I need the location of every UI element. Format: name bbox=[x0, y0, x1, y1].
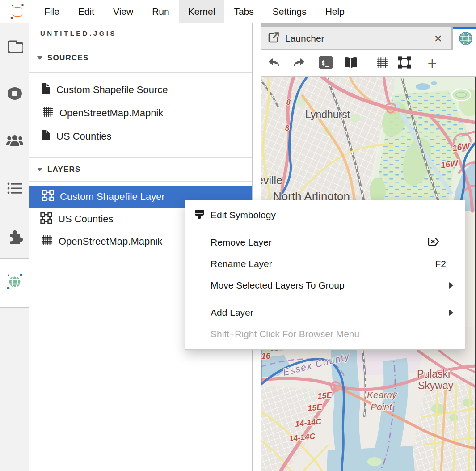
map-ref-16: 16 bbox=[261, 352, 271, 361]
sidebar-tab-running-kernels[interactable] bbox=[6, 86, 23, 103]
chevron-down-icon bbox=[37, 168, 42, 171]
map-ref-15e: 15E bbox=[317, 390, 333, 401]
map-label-skyway: Skyway bbox=[418, 380, 454, 391]
raster-grid-icon bbox=[40, 106, 54, 120]
map-label-lyndhurst: Lyndhurst bbox=[305, 109, 350, 120]
menu-item-rename-layer[interactable]: Rename Layer F2 bbox=[185, 253, 465, 275]
menu-divider bbox=[185, 229, 465, 229]
submenu-arrow-icon bbox=[449, 282, 453, 289]
folder-icon bbox=[6, 38, 23, 55]
raster-layer-button[interactable] bbox=[373, 55, 391, 72]
terminal-icon: $_ bbox=[318, 55, 333, 72]
map-ref-15e: 15E bbox=[307, 403, 323, 413]
sidebar-tab-table-of-contents[interactable] bbox=[6, 181, 23, 198]
menu-tabs[interactable]: Tabs bbox=[224, 0, 263, 23]
file-icon bbox=[40, 82, 51, 98]
redo-button[interactable] bbox=[290, 55, 308, 72]
layer-item-label: OpenStreetMap.Mapnik bbox=[59, 236, 162, 247]
raster-grid-icon bbox=[41, 234, 53, 249]
layers-header-label: LAYERS bbox=[47, 165, 81, 174]
menu-item-add-layer[interactable]: Add Layer bbox=[185, 302, 465, 323]
chevron-down-icon bbox=[37, 56, 42, 60]
add-button[interactable]: + bbox=[423, 55, 441, 72]
redo-icon bbox=[292, 56, 306, 71]
activity-bar bbox=[0, 23, 29, 471]
activity-bar-bottom-section bbox=[0, 307, 29, 471]
map-label-eville: eville bbox=[261, 174, 282, 187]
menu-file[interactable]: File bbox=[35, 0, 69, 23]
jupytergis-globe-icon bbox=[5, 272, 24, 293]
menu-run[interactable]: Run bbox=[143, 0, 179, 23]
undo-icon bbox=[267, 56, 281, 71]
tab-jgis-document[interactable] bbox=[453, 27, 476, 50]
panel-title: UNTITLED.JGIS bbox=[29, 23, 252, 43]
map-ref-8: 8 bbox=[285, 124, 289, 132]
menu-item-edit-symbology[interactable]: Edit Symbology bbox=[185, 204, 465, 226]
menu-help[interactable]: Help bbox=[316, 0, 354, 23]
layer-context-menu: Edit Symbology Remove Layer Rename Layer… bbox=[185, 200, 465, 350]
map-label-kearny: Kearny bbox=[367, 390, 397, 400]
source-item-label: US Counties bbox=[56, 131, 112, 142]
layer-item-label: US Counties bbox=[58, 213, 114, 225]
sources-list: Custom Shapefile Source OpenStreetMap.Ma… bbox=[29, 73, 252, 148]
jupyter-logo-icon bbox=[0, 0, 35, 23]
sidebar-tab-file-browser[interactable] bbox=[6, 38, 23, 55]
vector-square-icon bbox=[42, 190, 54, 204]
raster-grid-icon bbox=[376, 56, 388, 71]
menu-divider bbox=[185, 299, 465, 299]
menu-item-remove-layer[interactable]: Remove Layer bbox=[185, 232, 465, 253]
menu-item-browser-menu-hint: Shift+Right Click For Browser Menu bbox=[185, 323, 465, 345]
sources-header-label: SOURCES bbox=[47, 54, 88, 63]
file-icon bbox=[40, 129, 51, 144]
source-item-openstreetmap[interactable]: OpenStreetMap.Mapnik bbox=[29, 102, 252, 125]
dock-tab-bar: Launcher × bbox=[261, 23, 476, 50]
source-item-label: Custom Shapefile Source bbox=[56, 84, 168, 96]
toolbar-separator bbox=[419, 50, 419, 76]
globe-icon bbox=[458, 31, 473, 48]
delete-tag-icon bbox=[427, 236, 440, 250]
source-item-custom-shapefile[interactable]: Custom Shapefile Source bbox=[29, 78, 252, 102]
collaboration-users-icon bbox=[6, 133, 24, 150]
menu-view[interactable]: View bbox=[104, 0, 143, 23]
running-kernels-icon bbox=[6, 86, 23, 103]
layers-section-header[interactable]: LAYERS bbox=[29, 157, 252, 182]
map-label-point: Point bbox=[371, 402, 392, 412]
toolbar-separator bbox=[314, 50, 314, 76]
map-toolbar: $_ bbox=[261, 50, 476, 77]
jupyterlab-window: File Edit View Run Kernel Tabs Settings … bbox=[0, 0, 476, 471]
map-label-pulaski: Pulaski bbox=[417, 368, 450, 380]
menu-settings[interactable]: Settings bbox=[263, 0, 316, 23]
map-ref-8: 8 bbox=[286, 98, 291, 106]
sources-section-header[interactable]: SOURCES bbox=[29, 43, 252, 73]
menu-bar: File Edit View Run Kernel Tabs Settings … bbox=[0, 0, 476, 23]
svg-text:$_: $_ bbox=[321, 59, 329, 67]
source-item-us-counties[interactable]: US Counties bbox=[29, 125, 252, 148]
sidebar-tab-jupytergis[interactable] bbox=[6, 274, 23, 291]
open-book-icon bbox=[343, 56, 359, 71]
menu-kernel[interactable]: Kernel bbox=[179, 0, 225, 23]
sidebar-tab-collaboration[interactable] bbox=[6, 133, 23, 150]
tab-launcher-label: Launcher bbox=[285, 33, 324, 44]
layer-item-label: Custom Shapefile Layer bbox=[60, 191, 165, 203]
shortcut-label: F2 bbox=[435, 259, 446, 269]
menu-edit[interactable]: Edit bbox=[69, 0, 104, 23]
undo-button[interactable] bbox=[265, 55, 283, 72]
extension-puzzle-icon bbox=[6, 229, 23, 246]
vector-square-icon bbox=[40, 212, 52, 226]
tab-launcher[interactable]: Launcher × bbox=[261, 27, 451, 50]
toolbar-separator bbox=[341, 50, 341, 76]
menu-item-move-layers-to-group[interactable]: Move Selected Layers To Group bbox=[185, 275, 465, 296]
brush-icon bbox=[193, 209, 206, 221]
close-icon[interactable]: × bbox=[434, 32, 442, 45]
plus-icon: + bbox=[427, 54, 437, 73]
launcher-icon bbox=[267, 31, 280, 46]
vector-layer-button[interactable] bbox=[396, 55, 413, 72]
vector-square-icon bbox=[397, 56, 412, 71]
sidebar-tab-extensions[interactable] bbox=[6, 229, 23, 246]
table-of-contents-icon bbox=[6, 181, 23, 197]
source-item-label: OpenStreetMap.Mapnik bbox=[59, 107, 163, 119]
terminal-button[interactable]: $_ bbox=[317, 55, 335, 72]
identify-button[interactable] bbox=[342, 55, 360, 72]
submenu-arrow-icon bbox=[449, 310, 453, 316]
